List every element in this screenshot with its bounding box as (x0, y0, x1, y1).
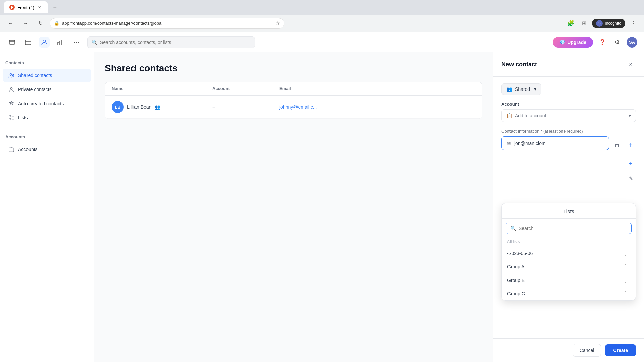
incognito-label: Incognito (605, 21, 621, 26)
auto-created-icon (8, 100, 15, 107)
list-item-2023[interactable]: -2023-05-06 (502, 247, 636, 260)
email-cell: johnny@email.c... (273, 99, 373, 115)
shared-dropdown[interactable]: 👥 Shared ▾ (501, 83, 541, 95)
inbox-icon[interactable] (7, 37, 17, 48)
help-icon[interactable]: ❓ (597, 37, 608, 48)
tab-title: Front (4) (17, 5, 34, 10)
svg-rect-4 (60, 41, 61, 45)
menu-icon[interactable]: ⋮ (628, 18, 639, 29)
incognito-button[interactable]: S Incognito (592, 19, 625, 28)
lists-search-box[interactable]: 🔍 (506, 223, 632, 234)
panel-title: New contact (501, 61, 537, 68)
browser-tab[interactable]: F Front (4) ✕ (4, 1, 48, 13)
app-header: 🔍 💎 Upgrade ❓ ⚙ SA (0, 32, 644, 52)
accounts-icon (8, 146, 15, 153)
email-link[interactable]: johnny@email.c... (279, 104, 317, 110)
sidebar-shared-label: Shared contacts (18, 73, 52, 78)
table-row[interactable]: LB Lillian Bean 👥 -- johnny@email.c... (105, 96, 482, 119)
star-icon[interactable]: ☆ (275, 20, 280, 26)
forward-button[interactable]: → (20, 18, 31, 29)
list-item-name: Group C (507, 291, 525, 296)
refresh-button[interactable]: ↻ (35, 18, 46, 29)
list-item-checkbox[interactable] (625, 264, 630, 269)
contacts-section-title: Contacts (0, 58, 94, 68)
calendar-icon[interactable] (23, 37, 34, 48)
panel-body: 👥 Shared ▾ Account 📋 Add to account ▾ Co… (493, 77, 644, 338)
list-item-group-b[interactable]: Group B (502, 274, 636, 287)
search-icon: 🔍 (92, 40, 97, 45)
list-item-checkbox[interactable] (625, 291, 630, 296)
add-to-account-label: Add to account (515, 113, 546, 118)
new-contact-panel: New contact × 👥 Shared ▾ Account 📋 Add t… (493, 52, 644, 362)
lists-search-icon: 🔍 (510, 226, 516, 231)
sidebar-item-auto-created[interactable]: Auto-created contacts (3, 97, 91, 110)
upgrade-label: Upgrade (567, 40, 586, 45)
incognito-avatar: S (596, 20, 603, 27)
create-button[interactable]: Create (605, 344, 636, 356)
search-input[interactable] (100, 40, 251, 45)
edit-row: ✎ (501, 173, 636, 184)
sidebar-private-label: Private contacts (18, 87, 52, 92)
sidebar-item-lists[interactable]: Lists (3, 111, 91, 124)
main-content: Shared contacts Name Account Email LB Li… (94, 52, 493, 362)
more-icon[interactable] (71, 37, 82, 48)
contact-name-wrapper: LB Lillian Bean 👥 (112, 101, 199, 113)
lists-popup: Lists 🔍 All lists -2023-05-06 Group A (501, 203, 636, 301)
add-info-button[interactable]: + (625, 158, 636, 169)
new-tab-button[interactable]: + (50, 3, 60, 12)
svg-rect-5 (62, 40, 63, 45)
shared-contacts-icon (8, 72, 15, 79)
svg-rect-14 (9, 148, 14, 152)
list-item-group-a[interactable]: Group A (502, 260, 636, 274)
extensions-icon[interactable]: 🧩 (565, 18, 576, 29)
address-bar[interactable]: 🔒 app.frontapp.com/contacts-manager/cont… (50, 18, 284, 29)
contacts-icon[interactable] (39, 37, 50, 48)
svg-rect-12 (9, 115, 11, 117)
svg-point-10 (12, 74, 14, 76)
shared-dropdown-label: Shared (515, 86, 530, 92)
all-lists-label: All lists (502, 238, 636, 247)
edit-button[interactable]: ✎ (625, 173, 636, 184)
delete-field-button[interactable]: 🗑 (612, 140, 623, 151)
panel-close-button[interactable]: × (625, 59, 636, 70)
email-input[interactable] (514, 141, 604, 146)
browser-toolbar: ← → ↻ 🔒 app.frontapp.com/contacts-manage… (0, 15, 644, 32)
contact-info-title: Contact Information (501, 129, 539, 134)
list-item-name: Group A (507, 264, 524, 269)
lists-search-input[interactable] (519, 226, 627, 231)
add-field-button[interactable]: + (625, 140, 636, 151)
table-header: Name Account Email (105, 82, 482, 96)
back-button[interactable]: ← (5, 18, 16, 29)
contact-name: Lillian Bean (127, 104, 151, 110)
chevron-down-icon: ▾ (534, 86, 536, 92)
email-column-header: Email (273, 82, 373, 95)
svg-point-7 (76, 42, 77, 43)
browser-chrome: F Front (4) ✕ + (0, 0, 644, 15)
add-to-account-button[interactable]: 📋 Add to account ▾ (501, 109, 636, 122)
panel-footer: Cancel Create (493, 338, 644, 362)
global-search[interactable]: 🔍 (87, 36, 255, 48)
sidebar-accounts-label: Accounts (18, 147, 38, 152)
settings-icon[interactable]: ⚙ (612, 37, 623, 48)
cancel-button[interactable]: Cancel (573, 344, 601, 357)
toolbar-right: 🧩 ⊞ S Incognito ⋮ (565, 18, 639, 29)
user-avatar[interactable]: SA (627, 37, 637, 48)
list-item-checkbox[interactable] (625, 278, 630, 283)
svg-rect-13 (9, 118, 11, 120)
sidebar-item-private-contacts[interactable]: Private contacts (3, 83, 91, 96)
sidebar-item-accounts[interactable]: Accounts (3, 143, 91, 156)
list-item-group-c[interactable]: Group C (502, 287, 636, 300)
page-title: Shared contacts (105, 63, 482, 74)
analytics-icon[interactable] (55, 37, 66, 48)
upgrade-button[interactable]: 💎 Upgrade (553, 37, 593, 48)
list-item-checkbox[interactable] (625, 251, 630, 256)
sidebar-item-shared-contacts[interactable]: Shared contacts (3, 69, 91, 82)
contact-info-label: Contact Information * (at least one requ… (501, 129, 636, 134)
bookmark-icon[interactable]: ⊞ (579, 18, 589, 29)
contact-avatar: LB (112, 101, 124, 113)
sidebar: Contacts Shared contacts Private contact… (0, 52, 94, 362)
name-column-header: Name (105, 82, 206, 95)
svg-point-8 (78, 42, 79, 43)
email-row: ✉ 🗑 + (501, 136, 636, 154)
tab-close-button[interactable]: ✕ (37, 5, 42, 10)
